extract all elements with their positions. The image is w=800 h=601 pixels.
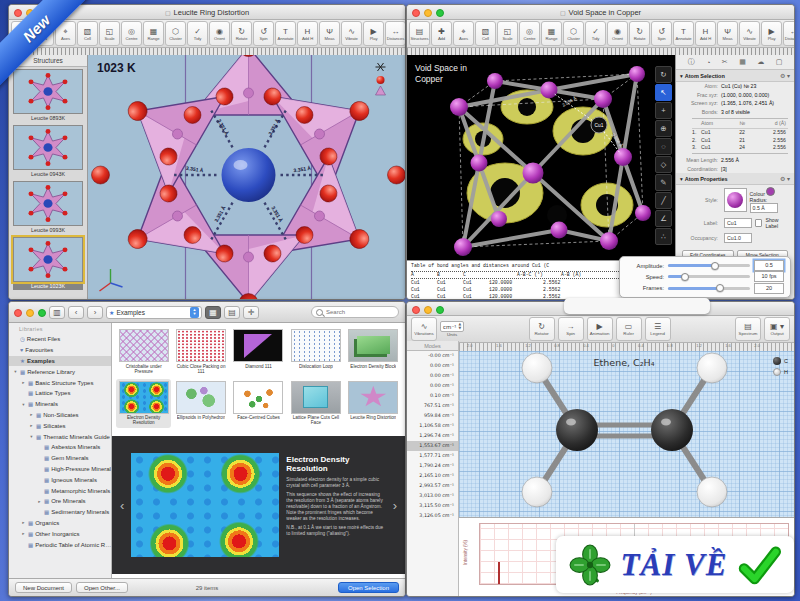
toolbar-button[interactable]: ◱ Scale (497, 21, 518, 46)
disclosure-triangle[interactable]: ▸ (21, 531, 26, 536)
copper-3d-view[interactable]: Cu1 2.556 Å 2.556 Å Void Space in Copper… (407, 55, 675, 260)
disclosure-triangle[interactable]: ▸ (21, 380, 26, 385)
toolbar-button[interactable]: ▦ Range (143, 21, 164, 46)
toolbar-button[interactable]: ⬡ Cluster (563, 21, 584, 46)
units-control[interactable]: cm⁻¹ ▲▼ Units (440, 321, 464, 337)
sidebar-item[interactable]: ▸ ▦ Non-Silicates (9, 410, 111, 421)
toolbar-button[interactable]: ◱ Scale (99, 21, 120, 46)
search-field[interactable] (311, 306, 399, 318)
open-other-button[interactable]: Open Other... (76, 582, 128, 593)
toolbar-button[interactable]: ↔ Distances (385, 21, 405, 46)
list-view-button[interactable]: ▤ (224, 306, 240, 319)
disclosure-triangle[interactable]: ▾ (21, 402, 26, 407)
mode-item[interactable]: 3,126.05 cm⁻¹ (407, 511, 458, 521)
zoom-button[interactable] (436, 306, 444, 314)
disclosure-triangle[interactable]: ▾ (680, 176, 683, 182)
toolbar-button[interactable]: ↻ Rotate (629, 21, 650, 46)
view-tool-button[interactable]: ⊕ (655, 120, 672, 137)
toolbar-button[interactable]: ✓ Tidy (187, 21, 208, 46)
previous-example-button[interactable]: ‹ (120, 498, 124, 513)
toolbar-button[interactable]: ▦ Range (541, 21, 562, 46)
mode-item[interactable]: 3,013.00 cm⁻¹ (407, 491, 458, 501)
structure-thumbnail[interactable]: Leucite 0893K (9, 67, 87, 123)
gear-icon[interactable]: ⚙ ▾ (780, 175, 790, 182)
window-controls[interactable] (412, 9, 444, 17)
speed-slider[interactable] (668, 275, 750, 278)
disclosure-triangle[interactable]: ▾ (29, 434, 34, 439)
frames-field[interactable]: 20 (754, 283, 784, 294)
mode-item[interactable]: 1,577.71 cm⁻¹ (407, 451, 458, 461)
grid-icon[interactable]: ▦ (739, 58, 746, 66)
sidebar-item[interactable]: ▸ ▦ Silicates (9, 420, 111, 431)
gear-icon[interactable]: ⚙ ▾ (780, 72, 790, 79)
search-input[interactable] (326, 309, 394, 315)
frames-slider[interactable] (668, 287, 750, 290)
sidebar-item[interactable]: ▾ ▦ Minerals (9, 399, 111, 410)
example-thumbnail[interactable]: Cristobalite under Pressure (116, 327, 171, 377)
mode-item[interactable]: 0.00 cm⁻¹ (407, 361, 458, 371)
toolbar-button[interactable]: ◉ Orient (209, 21, 230, 46)
occupancy-field[interactable]: Cu1.0 (724, 233, 752, 243)
sidebar-item[interactable]: ▦ Asbestos Minerals (9, 442, 111, 453)
download-badge[interactable]: TẢI VỀ (556, 536, 794, 593)
sidebar-item[interactable]: ▾ ▦ Reference Library (9, 366, 111, 377)
toolbar-button[interactable]: ∿ Vibrate (739, 21, 760, 46)
sidebar-item[interactable]: ▸ ▦ Basic Structure Types (9, 377, 111, 388)
disclosure-triangle[interactable]: ▸ (29, 423, 34, 428)
open-selection-button[interactable]: Open Selection (338, 582, 399, 593)
toolbar-button[interactable]: T Annotate (673, 21, 694, 46)
orientation-icon[interactable]: ◔ (706, 59, 710, 66)
atom-style-preview[interactable] (724, 188, 747, 212)
sidebar-item[interactable]: ♥ Favourites (9, 345, 111, 356)
toolbar-button[interactable]: ✓ Tidy (585, 21, 606, 46)
minimize-button[interactable] (26, 309, 34, 317)
example-thumbnail[interactable]: Leucite Ring Distortion (346, 379, 401, 429)
disclosure-triangle[interactable]: ▾ (680, 73, 683, 79)
example-thumbnail[interactable]: Dislocation Loop (288, 327, 343, 377)
speed-field[interactable]: 10 fps (754, 271, 784, 282)
arrange-button[interactable]: ✛ (243, 306, 259, 319)
disclosure-triangle[interactable]: ▸ (29, 412, 34, 417)
example-thumbnail[interactable]: Electron Density Resolution (116, 379, 171, 429)
sidebar-item[interactable]: ▦ Sedimentary Minerals (9, 507, 111, 518)
cloud-icon[interactable]: ☁ (757, 58, 764, 66)
mode-item[interactable]: 959.84 cm⁻¹ (407, 411, 458, 421)
label-field[interactable]: Cu1 (724, 218, 752, 228)
sidebar-item[interactable]: ★ Examples (9, 356, 111, 367)
close-button[interactable] (412, 306, 420, 314)
slider-thumb[interactable] (711, 262, 719, 270)
disclosure-triangle[interactable]: ▸ (37, 499, 42, 504)
selection-icon[interactable]: ▢ (776, 58, 783, 66)
radius-field[interactable]: 0.5 Å (750, 203, 778, 213)
toolbar-button[interactable]: H Add H (695, 21, 716, 46)
view-tool-button[interactable]: ✎ (655, 174, 672, 191)
toolbar-button[interactable]: T Annotate (275, 21, 296, 46)
example-thumbnail[interactable]: Electron Density Block (346, 327, 401, 377)
toolbar-button[interactable]: ↺ Spin (651, 21, 672, 46)
window-controls[interactable] (14, 309, 46, 317)
sidebar-item[interactable]: ▦ Gem Minerals (9, 453, 111, 464)
example-thumbnail[interactable]: Lattice Plane Cuts Cell Face (288, 379, 343, 429)
view-tool-button[interactable]: ∠ (655, 210, 672, 227)
mode-item[interactable]: 767.51 cm⁻¹ (407, 401, 458, 411)
sidebar-item[interactable]: ▦ Lattice Types (9, 388, 111, 399)
mode-item[interactable]: 0.10 cm⁻¹ (407, 391, 458, 401)
sidebar-item[interactable]: ▦ Periodic Table of Atomic R… (9, 539, 111, 550)
leucite-3d-view[interactable]: 1023 K (88, 55, 405, 299)
view-tool-button[interactable]: ╱ (655, 192, 672, 209)
ruler-button[interactable]: ▭ Ruler (616, 317, 642, 341)
toolbar-button[interactable]: ◉ Orient (607, 21, 628, 46)
mode-item[interactable]: 1,296.74 cm⁻¹ (407, 431, 458, 441)
zoom-button[interactable] (436, 9, 444, 17)
amplitude-field[interactable]: 0.5 (754, 260, 784, 271)
toolbar-button[interactable]: ▶ Play (761, 21, 782, 46)
toolbar-button[interactable]: ▶ Play (363, 21, 384, 46)
atom-properties-header[interactable]: ▾ Atom Properties ⚙ ▾ (676, 173, 794, 185)
close-button[interactable] (14, 9, 22, 17)
minimize-button[interactable] (424, 306, 432, 314)
mode-item[interactable]: 3,115.50 cm⁻¹ (407, 501, 458, 511)
structure-thumbnail[interactable]: Leucite 0993K (9, 179, 87, 235)
toolbar-button[interactable]: ↔ Distances (783, 21, 794, 46)
examples-titlebar[interactable]: ▥ ‹ › ★ Examples ▲▼ ▦ ▤ ✛ (9, 302, 405, 323)
sidebar-item[interactable]: ▦ Igneous Minerals (9, 474, 111, 485)
